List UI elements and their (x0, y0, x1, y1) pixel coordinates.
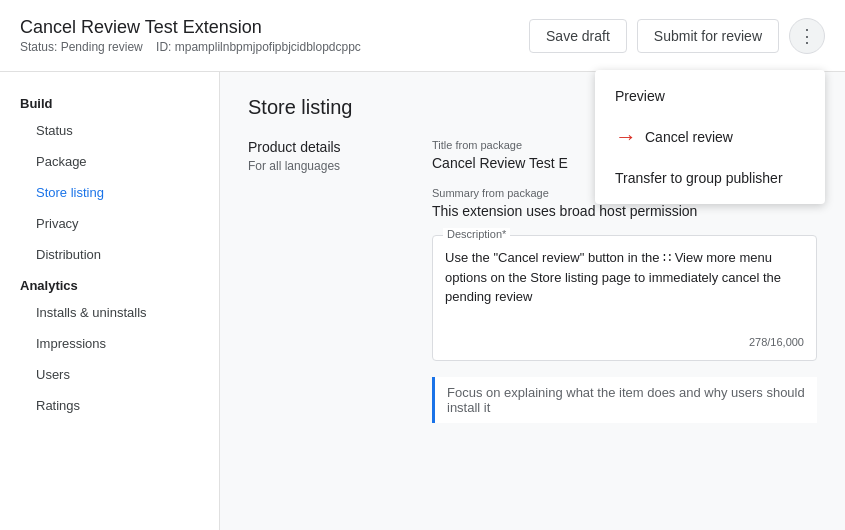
page-title: Cancel Review Test Extension (20, 17, 361, 38)
product-details-left: Product details For all languages (248, 139, 408, 423)
sidebar: Build Status Package Store listing Priva… (0, 72, 220, 530)
sidebar-item-impressions-label: Impressions (36, 336, 106, 351)
sidebar-build-header: Build (0, 88, 219, 115)
sidebar-item-distribution[interactable]: Distribution (0, 239, 219, 270)
description-text[interactable]: Use the "Cancel review" button in the ∷ … (445, 248, 804, 328)
more-menu-button[interactable]: ⋮ (789, 18, 825, 54)
sidebar-item-status[interactable]: Status (0, 115, 219, 146)
summary-from-package-value: This extension uses broad host permissio… (432, 203, 817, 219)
description-box: Description* Use the "Cancel review" but… (432, 235, 817, 361)
focus-hint-box: Focus on explaining what the item does a… (432, 377, 817, 423)
product-details-label: Product details (248, 139, 408, 155)
sidebar-item-ratings-label: Ratings (36, 398, 80, 413)
status-text: Status: Pending review (20, 40, 143, 54)
header-actions: Save draft Submit for review ⋮ Preview →… (529, 18, 825, 54)
sidebar-item-status-label: Status (36, 123, 73, 138)
more-icon: ⋮ (798, 25, 816, 47)
dropdown-menu: Preview → Cancel review Transfer to grou… (595, 70, 825, 204)
sidebar-item-installs[interactable]: Installs & uninstalls (0, 297, 219, 328)
header: Cancel Review Test Extension Status: Pen… (0, 0, 845, 72)
description-count: 278/16,000 (445, 336, 804, 348)
sidebar-item-package-label: Package (36, 154, 87, 169)
sidebar-item-store-listing-label: Store listing (36, 185, 104, 200)
sidebar-analytics-header: Analytics (0, 270, 219, 297)
sidebar-item-privacy[interactable]: Privacy (0, 208, 219, 239)
dropdown-item-cancel-review-label: Cancel review (645, 129, 733, 145)
header-left: Cancel Review Test Extension Status: Pen… (20, 17, 361, 54)
sidebar-item-ratings[interactable]: Ratings (0, 390, 219, 421)
dropdown-item-transfer-label: Transfer to group publisher (615, 170, 783, 186)
sidebar-item-privacy-label: Privacy (36, 216, 79, 231)
sidebar-item-users-label: Users (36, 367, 70, 382)
dropdown-item-cancel-review[interactable]: → Cancel review (595, 114, 825, 160)
focus-hint-text: Focus on explaining what the item does a… (447, 385, 805, 415)
cancel-review-arrow-icon: → (615, 124, 637, 150)
description-label: Description* (443, 228, 510, 240)
sidebar-item-installs-label: Installs & uninstalls (36, 305, 147, 320)
header-subtitle: Status: Pending review ID: mpamplilnbpmj… (20, 40, 361, 54)
dropdown-item-preview[interactable]: Preview (595, 78, 825, 114)
sidebar-item-store-listing[interactable]: Store listing (0, 177, 219, 208)
dropdown-item-transfer[interactable]: Transfer to group publisher (595, 160, 825, 196)
for-all-languages: For all languages (248, 159, 408, 173)
sidebar-item-distribution-label: Distribution (36, 247, 101, 262)
submit-review-button[interactable]: Submit for review (637, 19, 779, 53)
sidebar-item-impressions[interactable]: Impressions (0, 328, 219, 359)
id-text: ID: mpamplilnbpmjpofipbjcidblopdcppc (156, 40, 361, 54)
sidebar-item-package[interactable]: Package (0, 146, 219, 177)
sidebar-item-users[interactable]: Users (0, 359, 219, 390)
dropdown-item-preview-label: Preview (615, 88, 665, 104)
save-draft-button[interactable]: Save draft (529, 19, 627, 53)
